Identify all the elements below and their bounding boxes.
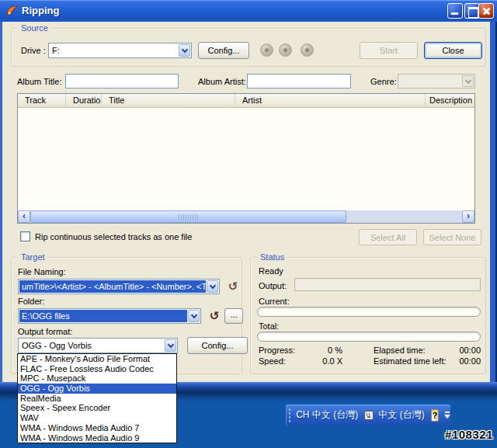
column-header-description[interactable]: Description — [426, 94, 474, 108]
watermark-text: #108321 — [445, 428, 493, 441]
ripping-window: Ripping Source Drive : F: Config... Star… — [0, 0, 497, 393]
source-group: Source Drive : F: Config... Start Close — [11, 28, 486, 67]
genre-combo-value[interactable] — [399, 75, 461, 87]
remaining-value: 00:00 — [442, 356, 481, 366]
target-group-label: Target — [18, 252, 48, 262]
chevron-down-icon[interactable] — [207, 280, 218, 293]
maximize-button[interactable] — [464, 3, 480, 19]
track-list-header: Track Duration Title Artist Description — [18, 94, 474, 108]
album-title-input[interactable] — [65, 74, 179, 89]
elapsed-label: Elapsed time: — [374, 346, 426, 355]
close-window-button[interactable] — [478, 3, 494, 19]
output-format-value[interactable]: OGG - Ogg Vorbis — [19, 339, 164, 352]
chevron-down-icon[interactable] — [462, 75, 474, 87]
scrollbar-thumb[interactable] — [30, 210, 346, 223]
elapsed-value: 00:00 — [442, 346, 481, 355]
select-none-button[interactable]: Select None — [423, 229, 481, 245]
output-format-combo[interactable]: OGG - Ogg Vorbis — [18, 338, 178, 353]
total-label: Total: — [259, 321, 279, 331]
browse-folder-button[interactable]: ... — [224, 308, 243, 324]
keyboard-icon[interactable] — [364, 411, 374, 420]
progress-value: 0 % — [302, 346, 342, 355]
cddb-submit-icon[interactable] — [279, 43, 292, 57]
output-format-label: Output format: — [18, 327, 72, 336]
ime-language-text[interactable]: 中文 (台灣) — [378, 408, 424, 422]
chevron-down-icon[interactable] — [188, 310, 200, 322]
genre-label: Genre: — [370, 77, 397, 86]
chevron-down-icon[interactable] — [165, 339, 176, 352]
album-artist-input[interactable] — [247, 74, 351, 89]
start-button[interactable]: Start — [360, 42, 418, 59]
disc-refresh-icon[interactable] — [301, 43, 314, 57]
file-naming-label: File Naming: — [18, 267, 66, 276]
undo-file-naming-icon[interactable]: ↺ — [226, 280, 240, 293]
album-artist-label: Album Artist: — [198, 77, 246, 86]
track-list: Track Duration Title Artist Description … — [17, 93, 475, 224]
folder-label: Folder: — [18, 297, 44, 306]
status-state: Ready — [259, 266, 283, 276]
format-option[interactable]: OGG - Ogg Vorbis — [18, 384, 176, 394]
format-option[interactable]: WAV — [18, 413, 176, 423]
titlebar[interactable]: Ripping — [0, 0, 497, 22]
horizontal-scrollbar[interactable]: ‹ › — [18, 210, 474, 223]
format-option[interactable]: APE - Monkey's Audio File Format — [18, 354, 176, 364]
scroll-left-icon[interactable]: ‹ — [18, 210, 30, 223]
remaining-label: Estimated time left: — [374, 356, 447, 366]
current-progressbar — [257, 307, 481, 317]
minimize-button[interactable] — [447, 3, 463, 19]
track-list-body[interactable] — [18, 108, 474, 210]
format-option[interactable]: WMA - Windows Media Audio 9 — [18, 433, 176, 443]
screen: Ripping Source Drive : F: Config... Star… — [0, 0, 497, 448]
drive-label: Drive : — [21, 46, 46, 55]
column-header-duration[interactable]: Duration — [66, 94, 102, 108]
drive-combo[interactable]: F: — [48, 43, 192, 58]
folder-combo[interactable]: E:\OGG files — [18, 308, 201, 324]
total-progressbar — [257, 332, 481, 342]
current-label: Current: — [259, 297, 290, 306]
output-label: Output: — [259, 281, 287, 290]
column-header-title[interactable]: Title — [102, 94, 235, 108]
rip-continuous-checkbox[interactable] — [20, 231, 30, 241]
chevron-down-icon[interactable] — [179, 44, 190, 57]
file-naming-value[interactable]: umTitle>\<Artist> - <AlbumTitle> - <Numb… — [19, 280, 206, 293]
rip-continuous-label: Rip continuous selected tracks as one fi… — [35, 232, 192, 241]
format-option[interactable]: MPC - Musepack — [18, 373, 176, 384]
speed-label: Speed: — [259, 356, 286, 366]
drive-combo-value[interactable]: F: — [50, 44, 178, 57]
format-option[interactable]: FLAC - Free Lossless Audio Codec — [18, 364, 176, 374]
format-option[interactable]: RealMedia — [18, 394, 176, 404]
help-icon[interactable]: ? — [431, 409, 439, 422]
status-group-label: Status — [257, 252, 287, 262]
window-title: Ripping — [22, 5, 59, 16]
app-icon — [5, 4, 19, 18]
undo-folder-icon[interactable]: ↺ — [207, 309, 221, 323]
genre-combo[interactable] — [398, 74, 475, 89]
source-group-label: Source — [18, 23, 51, 33]
output-field — [294, 278, 481, 291]
ime-mode-text[interactable]: CH 中文 (台灣) — [296, 408, 358, 422]
album-title-label: Album Title: — [17, 77, 61, 86]
select-all-button[interactable]: Select All — [359, 229, 417, 245]
folder-value[interactable]: E:\OGG files — [19, 310, 187, 322]
client-area: Source Drive : F: Config... Start Close … — [2, 22, 490, 382]
source-config-button[interactable]: Config... — [198, 42, 249, 59]
format-option-list: APE - Monkey's Audio File Format FLAC - … — [17, 353, 177, 443]
options-chevron-icon[interactable] — [444, 412, 450, 418]
cddb-lookup-icon[interactable] — [260, 43, 273, 57]
language-bar: CH 中文 (台灣) 中文 (台灣) ? — [286, 405, 450, 425]
drag-grip-icon[interactable] — [288, 408, 291, 422]
file-naming-combo[interactable]: umTitle>\<Artist> - <AlbumTitle> - <Numb… — [18, 279, 220, 294]
format-config-button[interactable]: Config... — [187, 337, 248, 354]
scroll-right-icon[interactable]: › — [462, 210, 474, 223]
progress-label: Progress: — [259, 346, 295, 355]
column-header-artist[interactable]: Artist — [235, 94, 426, 108]
close-button[interactable]: Close — [424, 42, 482, 59]
format-option[interactable]: Speex - Speex Encoder — [18, 403, 176, 413]
format-option[interactable]: WMA - Windows Media Audio 7 — [18, 423, 176, 433]
column-header-track[interactable]: Track — [18, 94, 66, 108]
speed-value: 0.0 X — [302, 356, 342, 366]
status-group: Status Ready Output: Current: Total: Pro… — [250, 257, 486, 374]
